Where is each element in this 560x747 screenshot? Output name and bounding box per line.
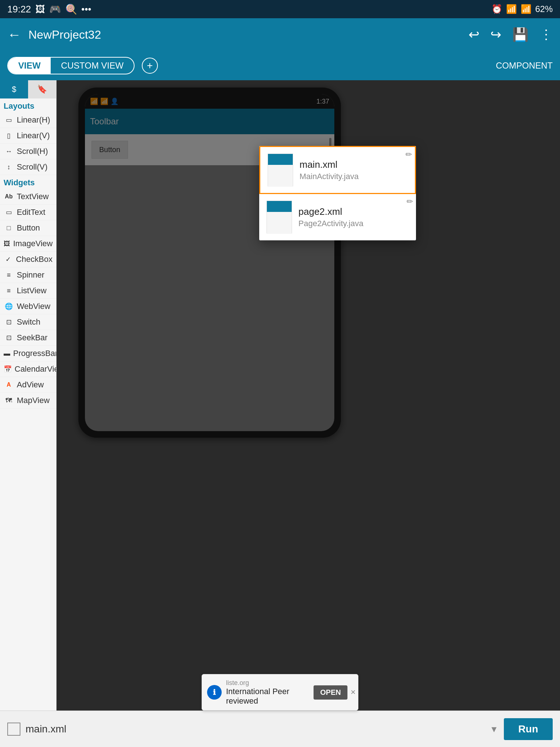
edit-icon-main[interactable]: ✏ bbox=[405, 150, 412, 159]
back-button[interactable]: ← bbox=[7, 27, 21, 43]
heart-icon: 🍭 bbox=[65, 4, 77, 15]
file-sub-main: MainActivity.java bbox=[300, 172, 359, 181]
edittext-icon: ▭ bbox=[4, 209, 14, 216]
battery-level: 62% bbox=[535, 4, 553, 14]
ad-open-button[interactable]: OPEN bbox=[314, 685, 347, 700]
tab-bar: VIEW CUSTOM VIEW + COMPONENT bbox=[0, 51, 560, 80]
ad-text-area: liste.org International Peer reviewed bbox=[226, 679, 314, 706]
thumb-inner-main bbox=[268, 154, 293, 165]
sidebar-item-calendarview[interactable]: 📅 CalendarView bbox=[0, 361, 56, 377]
sidebar-item-spinner[interactable]: ≡ Spinner bbox=[0, 267, 56, 283]
checkbox-icon: ✓ bbox=[4, 256, 13, 263]
sidebar-tab-bar: $ 🔖 bbox=[0, 80, 56, 98]
app-bar: ← NewProject32 ↩ ↪ 💾 ⋮ bbox=[0, 18, 560, 51]
status-bar-right: ⏰ 📶 📶 62% bbox=[491, 4, 553, 14]
bottom-filename: main.xml bbox=[26, 723, 491, 735]
layouts-section-title: Layouts bbox=[0, 98, 56, 112]
sidebar-item-linear-v[interactable]: ▯ Linear(V) bbox=[0, 128, 56, 144]
ad-title: International Peer reviewed bbox=[226, 687, 314, 706]
redo-button[interactable]: ↪ bbox=[490, 27, 501, 42]
app-bar-actions: ↩ ↪ 💾 ⋮ bbox=[468, 27, 553, 42]
listview-icon: ≡ bbox=[4, 287, 14, 294]
file-picker-dialog: ✏ main.xml MainActivity.java ✏ page2.xml… bbox=[259, 146, 416, 240]
save-button[interactable]: 💾 bbox=[512, 27, 529, 42]
bottom-checkbox[interactable] bbox=[7, 723, 20, 736]
more-options-button[interactable]: ⋮ bbox=[540, 27, 553, 42]
ad-source: liste.org bbox=[226, 679, 314, 687]
alarm-icon: ⏰ bbox=[491, 4, 502, 14]
thumb-inner-page2 bbox=[267, 201, 292, 212]
bottom-bar: main.xml ▾ Run bbox=[0, 711, 560, 747]
wifi-icon: 📶 bbox=[506, 4, 517, 14]
file-sub-page2: Page2Activity.java bbox=[299, 219, 363, 228]
sidebar-item-scroll-h[interactable]: ↔ Scroll(H) bbox=[0, 144, 56, 159]
file-name-page2: page2.xml bbox=[299, 206, 363, 217]
sidebar-item-switch[interactable]: ⊡ Switch bbox=[0, 314, 56, 330]
sidebar-item-button[interactable]: □ Button bbox=[0, 220, 56, 236]
sidebar-item-listview[interactable]: ≡ ListView bbox=[0, 283, 56, 299]
sidebar-item-progressbar[interactable]: ▬ ProgressBar bbox=[0, 346, 56, 361]
view-toggle: VIEW CUSTOM VIEW bbox=[7, 57, 135, 74]
sidebar-item-adview[interactable]: A AdView bbox=[0, 377, 56, 393]
sidebar-item-linear-h[interactable]: ▭ Linear(H) bbox=[0, 112, 56, 128]
sidebar-item-imageview[interactable]: 🖼 ImageView bbox=[0, 236, 56, 252]
file-picker-thumb-page2 bbox=[267, 201, 292, 233]
run-button[interactable]: Run bbox=[504, 718, 553, 740]
button-icon: □ bbox=[4, 224, 14, 232]
thumb-body-main bbox=[268, 165, 293, 187]
left-sidebar: $ 🔖 Layouts ▭ Linear(H) ▯ Linear(V) ↔ Sc… bbox=[0, 80, 57, 711]
scroll-v-icon: ↕ bbox=[4, 163, 14, 171]
imageview-icon: 🖼 bbox=[4, 240, 10, 247]
file-picker-overlay: ✏ main.xml MainActivity.java ✏ page2.xml… bbox=[57, 80, 560, 711]
adview-icon: A bbox=[4, 381, 14, 388]
ad-banner: ℹ liste.org International Peer reviewed … bbox=[202, 674, 358, 711]
sidebar-item-webview[interactable]: 🌐 WebView bbox=[0, 299, 56, 314]
scroll-h-icon: ↔ bbox=[4, 148, 14, 155]
seekbar-icon: ⊡ bbox=[4, 334, 14, 341]
sidebar-item-mapview[interactable]: 🗺 MapView bbox=[0, 393, 56, 409]
photo-icon: 🖼 bbox=[35, 4, 45, 15]
file-name-main: main.xml bbox=[300, 159, 359, 170]
edit-icon-page2[interactable]: ✏ bbox=[407, 197, 413, 206]
sidebar-item-seekbar[interactable]: ⊡ SeekBar bbox=[0, 330, 56, 346]
spinner-icon: ≡ bbox=[4, 271, 14, 279]
undo-button[interactable]: ↩ bbox=[468, 27, 479, 42]
mapview-icon: 🗺 bbox=[4, 397, 14, 404]
linear-h-icon: ▭ bbox=[4, 116, 14, 124]
file-picker-thumb-main bbox=[268, 154, 293, 186]
status-bar-left: 19:22 🖼 🎮 🍭 ••• bbox=[7, 4, 91, 15]
ad-info-icon: ℹ bbox=[207, 685, 222, 700]
ad-close-button[interactable]: ✕ bbox=[350, 688, 356, 696]
signal-icon: 📶 bbox=[521, 4, 532, 14]
widgets-section-title: Widgets bbox=[0, 175, 56, 189]
textview-icon: Ab bbox=[4, 193, 14, 200]
component-label: COMPONENT bbox=[496, 61, 553, 71]
app-title: NewProject32 bbox=[28, 28, 468, 42]
tab-custom-view[interactable]: CUSTOM VIEW bbox=[51, 58, 134, 74]
sidebar-item-checkbox[interactable]: ✓ CheckBox bbox=[0, 252, 56, 267]
calendarview-icon: 📅 bbox=[4, 365, 12, 373]
sidebar-item-scroll-v[interactable]: ↕ Scroll(V) bbox=[0, 159, 56, 175]
gamepad-icon: 🎮 bbox=[49, 4, 61, 15]
sidebar-tab-dollar[interactable]: $ bbox=[0, 80, 28, 98]
tab-view[interactable]: VIEW bbox=[8, 58, 51, 74]
sidebar-item-textview[interactable]: Ab TextView bbox=[0, 189, 56, 205]
webview-icon: 🌐 bbox=[4, 303, 14, 310]
thumb-body-page2 bbox=[267, 212, 292, 234]
status-time: 19:22 bbox=[7, 4, 31, 15]
more-icon: ••• bbox=[81, 4, 91, 15]
file-picker-item-page2[interactable]: ✏ page2.xml Page2Activity.java bbox=[259, 194, 416, 240]
file-info-page2: page2.xml Page2Activity.java bbox=[299, 206, 363, 228]
file-info-main: main.xml MainActivity.java bbox=[300, 159, 359, 181]
sidebar-item-edittext[interactable]: ▭ EditText bbox=[0, 205, 56, 220]
main-canvas-area: 📶 📶 👤 1:37 Toolbar Button bbox=[57, 80, 560, 711]
progressbar-icon: ▬ bbox=[4, 350, 10, 357]
add-tab-button[interactable]: + bbox=[142, 58, 158, 74]
status-bar: 19:22 🖼 🎮 🍭 ••• ⏰ 📶 📶 62% bbox=[0, 0, 560, 18]
bottom-dropdown-button[interactable]: ▾ bbox=[491, 723, 497, 735]
linear-v-icon: ▯ bbox=[4, 132, 14, 139]
file-picker-item-main[interactable]: ✏ main.xml MainActivity.java bbox=[259, 146, 416, 194]
sidebar-tab-bookmark[interactable]: 🔖 bbox=[28, 80, 56, 98]
switch-icon: ⊡ bbox=[4, 318, 14, 326]
